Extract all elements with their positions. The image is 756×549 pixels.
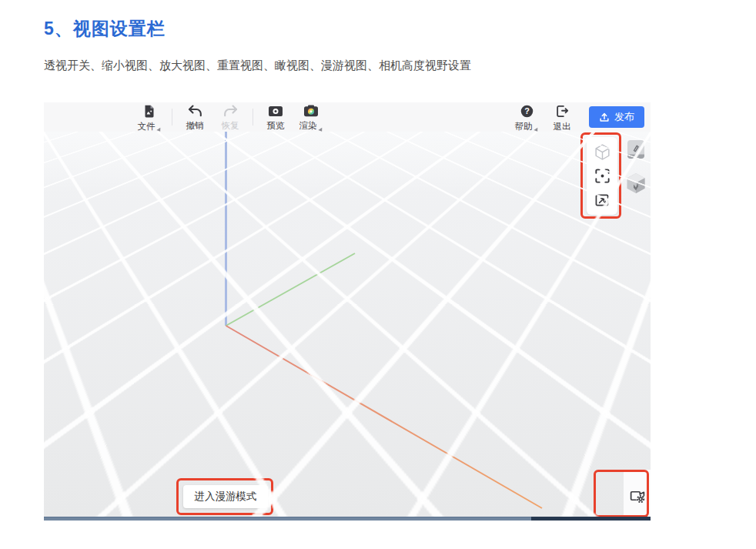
publish-button[interactable]: 发布 — [589, 106, 644, 128]
bottom-bar-right-segment — [531, 517, 651, 521]
file-button-label: 文件 — [138, 122, 156, 132]
redo-icon — [223, 105, 238, 120]
document-page: 5、视图设置栏 透视开关、缩小视图、放大视图、重置视图、瞰视图、漫游视图、相机高… — [0, 0, 756, 549]
perspective-cube-icon — [595, 144, 610, 160]
bottom-bar-left-segment — [44, 517, 531, 521]
undo-icon — [188, 105, 202, 120]
toolbar-separator — [253, 109, 253, 126]
render-button-label: 渲染 — [299, 122, 317, 131]
enter-roam-mode-button[interactable]: 进入漫游模式 — [183, 485, 268, 508]
zoom-extents-icon — [595, 193, 609, 207]
undo-button[interactable]: 撤销 — [177, 103, 212, 131]
toolbar-separator — [172, 109, 172, 126]
focus-center-icon — [595, 169, 610, 183]
toolbar-left-group: 文件 撤销 恢复 — [132, 103, 329, 132]
fit-view-button[interactable] — [594, 192, 610, 209]
editor-toolbar: 文件 撤销 恢复 — [44, 102, 651, 132]
exit-button[interactable]: 退出 — [544, 103, 580, 132]
editor-screenshot: 文件 撤销 恢复 — [44, 102, 651, 521]
camera-gear-icon — [629, 488, 646, 504]
perspective-toggle-button[interactable] — [594, 143, 610, 160]
exit-button-label: 退出 — [554, 122, 571, 132]
svg-text:?: ? — [524, 106, 530, 115]
window-bottom-bar — [44, 517, 651, 521]
view-tools-panel — [587, 137, 617, 215]
redo-button[interactable]: 恢复 — [212, 103, 248, 131]
preview-button[interactable]: 预览 — [258, 103, 293, 131]
compass-tile-icon — [627, 139, 645, 159]
upload-icon — [599, 112, 610, 122]
plan-view-button[interactable] — [627, 139, 645, 159]
publish-button-label: 发布 — [614, 110, 634, 124]
help-button[interactable]: ? 帮助 — [509, 103, 544, 132]
side-tools-group — [624, 139, 647, 194]
help-icon: ? — [520, 105, 534, 121]
world-axes — [44, 132, 651, 517]
camera-settings-area — [624, 470, 651, 517]
preview-camera-icon — [268, 105, 283, 120]
file-icon — [143, 105, 156, 121]
preview-button-label: 预览 — [267, 122, 285, 131]
x-axis-line — [226, 326, 543, 508]
undo-button-label: 撤销 — [186, 122, 204, 131]
redo-button-label: 恢复 — [222, 122, 239, 131]
page-description: 透视开关、缩小视图、放大视图、重置视图、瞰视图、漫游视图、相机高度视野设置 — [44, 59, 471, 73]
reset-view-button[interactable] — [594, 168, 610, 185]
help-button-label: 帮助 — [515, 122, 533, 132]
camera-settings-button[interactable] — [629, 488, 646, 504]
page-title: 5、视图设置栏 — [44, 17, 166, 41]
exit-icon — [555, 105, 569, 121]
y-axis-line — [226, 253, 356, 326]
file-button[interactable]: 文件 — [132, 103, 167, 132]
view-cube-button[interactable] — [626, 172, 646, 194]
viewport-3d[interactable]: 进入漫游模式 — [44, 132, 651, 517]
render-camera-icon — [303, 105, 319, 120]
render-button[interactable]: 渲染 — [293, 103, 329, 131]
toolbar-right-group: ? 帮助 退出 发布 — [509, 102, 644, 132]
view-cube-icon — [626, 172, 646, 194]
